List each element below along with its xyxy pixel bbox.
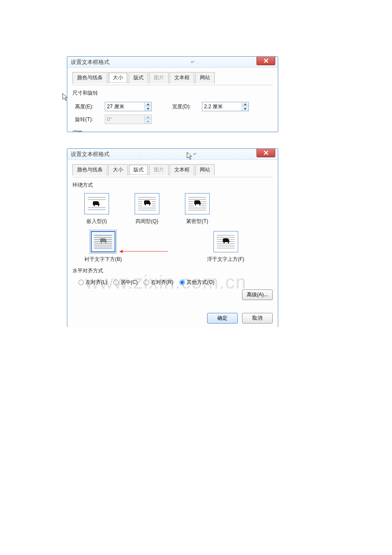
dialog-title: 设置文本框格式 [71, 150, 110, 158]
chevron-up-icon [244, 103, 247, 105]
wrap-behind-icon [93, 234, 113, 250]
width-input[interactable] [202, 104, 242, 110]
rotate-spin-down [145, 119, 151, 124]
group-align: 水平对齐方式 左对齐(L) 居中(C) 右对齐(R) 其他方式(O) [72, 267, 273, 286]
group-align-label: 水平对齐方式 [72, 267, 273, 275]
rotate-spin-up [145, 115, 151, 119]
group-wrap: 环绕方式 嵌入型(I) [72, 182, 273, 263]
wrap-behind-option[interactable] [91, 231, 115, 252]
wrap-front-icon [216, 234, 236, 250]
tab-textbox[interactable]: 文本框 [170, 72, 194, 84]
titlebar: 设置文本框格式 . ↵ [67, 57, 278, 68]
group-wrap-label: 环绕方式 [72, 182, 273, 189]
dialog-body: 颜色与线条 大小 版式 图片 文本框 网站 尺寸和旋转 高度(E): [67, 68, 278, 132]
close-button[interactable] [257, 149, 275, 157]
rotate-label: 旋转(T): [75, 116, 101, 123]
group-dimensions: 尺寸和旋转 高度(E): 宽度(D): [72, 90, 273, 132]
paragraph-mark-icon: . [196, 60, 198, 64]
wrap-front-option[interactable] [213, 231, 238, 252]
wrap-behind-label: 衬于文字下方(B) [84, 256, 122, 263]
chevron-down-icon [244, 108, 247, 110]
advanced-button[interactable]: 高级(A)... [242, 289, 273, 300]
height-spinner[interactable] [105, 102, 152, 111]
tab-size[interactable]: 大小 [108, 72, 128, 84]
tabs: 颜色与线条 大小 版式 图片 文本框 网站 [72, 72, 273, 84]
close-icon [264, 58, 268, 63]
chevron-up-icon [147, 116, 150, 118]
rotate-spinner [105, 115, 152, 124]
tab-picture: 图片 [149, 164, 169, 176]
tab-website[interactable]: 网站 [195, 72, 215, 84]
width-spin-down[interactable] [242, 107, 248, 111]
width-label: 宽度(D): [172, 103, 199, 110]
tab-website[interactable]: 网站 [195, 164, 215, 176]
width-spin-up[interactable] [242, 102, 248, 107]
chevron-down-icon [147, 121, 150, 123]
wrap-tight-icon [187, 196, 207, 212]
paragraph-mark-icon: . [140, 152, 141, 156]
format-textbox-dialog-size: 设置文本框格式 . ↵ 颜色与线条 大小 版式 图片 文本框 网站 尺寸和旋转 … [67, 56, 278, 132]
pilcrow-icon: ↵ [193, 151, 197, 157]
align-other-radio[interactable]: 其他方式(O) [179, 279, 214, 286]
tab-layout[interactable]: 版式 [129, 72, 148, 84]
align-right-radio[interactable]: 右对齐(R) [144, 279, 173, 286]
close-button[interactable] [257, 57, 275, 65]
group-scale-label: 缩放 [72, 129, 273, 132]
wrap-inline-icon [87, 196, 107, 212]
titlebar: 设置文本框格式 ↵ . [67, 149, 278, 160]
height-spin-down[interactable] [145, 107, 151, 111]
wrap-tight-option[interactable] [185, 193, 210, 214]
width-spinner[interactable] [202, 102, 249, 111]
format-textbox-dialog-layout: 设置文本框格式 ↵ . 颜色与线条 大小 版式 图片 文本框 网站 环绕方式 [67, 148, 278, 327]
align-other-label: 其他方式(O) [187, 279, 214, 286]
wrap-inline-option[interactable] [84, 193, 109, 214]
height-label: 高度(E): [75, 103, 101, 110]
tabs: 颜色与线条 大小 版式 图片 文本框 网站 [72, 164, 273, 176]
chevron-up-icon [147, 103, 150, 105]
height-input[interactable] [105, 104, 144, 110]
tab-textbox[interactable]: 文本框 [170, 164, 194, 176]
group-dimensions-label: 尺寸和旋转 [72, 90, 273, 97]
cancel-button[interactable]: 取消 [242, 313, 273, 324]
chevron-down-icon [147, 108, 150, 110]
tab-size[interactable]: 大小 [108, 164, 128, 176]
wrap-square-option[interactable] [135, 193, 159, 214]
wrap-tight-label: 紧密型(T) [185, 218, 210, 225]
tab-colors-lines[interactable]: 颜色与线条 [72, 72, 107, 84]
ok-button[interactable]: 确定 [207, 313, 238, 324]
wrap-inline-label: 嵌入型(I) [84, 218, 109, 225]
align-center-label: 居中(C) [121, 279, 138, 286]
wrap-square-icon [137, 196, 157, 212]
close-icon [264, 150, 268, 155]
align-left-radio[interactable]: 左对齐(L) [78, 279, 107, 286]
tab-picture: 图片 [149, 72, 169, 84]
tab-layout[interactable]: 版式 [129, 164, 148, 176]
tab-colors-lines[interactable]: 颜色与线条 [72, 164, 107, 176]
align-center-radio[interactable]: 居中(C) [113, 279, 138, 286]
annotation-arrow-icon [121, 251, 168, 251]
rotate-input [105, 116, 144, 122]
align-left-label: 左对齐(L) [86, 279, 107, 286]
align-right-label: 右对齐(R) [151, 279, 173, 286]
pilcrow-icon: ↵ [191, 59, 195, 65]
height-spin-up[interactable] [145, 102, 151, 107]
dialog-body: 颜色与线条 大小 版式 图片 文本框 网站 环绕方式 嵌入型(I) [67, 160, 278, 329]
wrap-front-label: 浮于文字上方(F) [207, 256, 244, 263]
wrap-square-label: 四周型(Q) [135, 218, 159, 225]
dialog-title: 设置文本框格式 [71, 58, 110, 66]
